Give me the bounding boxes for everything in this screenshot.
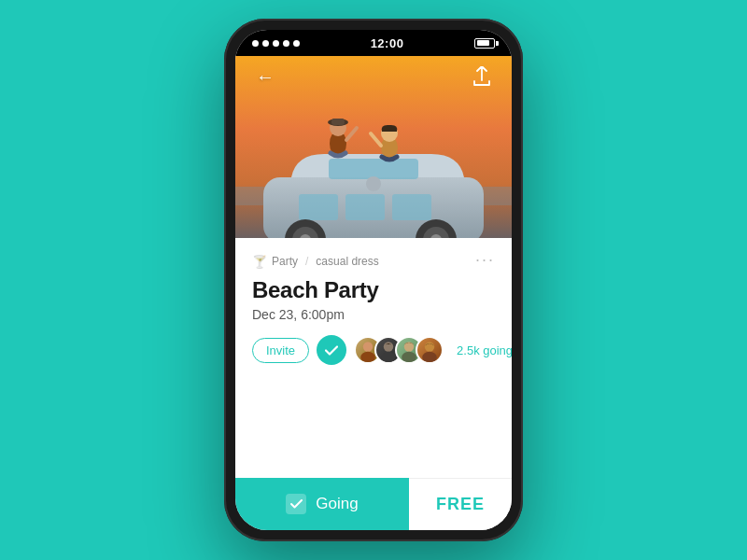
invite-button[interactable]: Invite	[252, 338, 309, 363]
avatar	[416, 336, 444, 364]
separator: /	[305, 255, 308, 268]
signal-dot	[283, 40, 289, 47]
svg-point-24	[360, 352, 375, 362]
dress-code-label: casual dress	[316, 255, 378, 268]
avatar-group	[354, 336, 444, 364]
category-label: Party	[272, 255, 298, 268]
back-button[interactable]: ←	[250, 62, 280, 91]
phone-frame: 12:00	[224, 19, 523, 541]
signal-dot	[252, 40, 259, 47]
going-count-label: 2.5k going	[457, 343, 512, 357]
hero-image: ←	[235, 56, 512, 238]
signal-dot	[293, 40, 300, 47]
svg-rect-18	[331, 119, 345, 125]
svg-point-8	[366, 176, 381, 191]
svg-rect-6	[345, 194, 385, 220]
attendees-row: Invite	[252, 335, 495, 365]
content-area: 🍸 Party / casual dress ··· Beach Party D…	[235, 238, 512, 478]
free-section[interactable]: FREE	[409, 478, 512, 530]
action-bar: Going FREE	[235, 478, 512, 530]
status-bar: 12:00	[235, 30, 512, 56]
event-date: Dec 23, 6:00pm	[252, 307, 495, 322]
signal-dots	[252, 40, 300, 47]
status-icons	[474, 38, 495, 49]
battery-icon	[474, 38, 495, 49]
svg-point-30	[422, 352, 437, 362]
free-label: FREE	[436, 495, 485, 514]
going-label: Going	[316, 495, 358, 513]
cocktail-icon: 🍸	[252, 255, 267, 269]
signal-dot	[273, 40, 279, 47]
svg-point-28	[402, 352, 416, 362]
svg-rect-4	[329, 159, 418, 179]
event-category: 🍸 Party / casual dress	[252, 255, 379, 269]
phone-screen: 12:00	[235, 30, 512, 530]
signal-dot	[262, 40, 269, 47]
event-title: Beach Party	[252, 277, 495, 303]
more-button[interactable]: ···	[475, 251, 495, 272]
svg-point-25	[384, 342, 393, 351]
svg-point-26	[381, 352, 396, 362]
going-check-icon	[317, 335, 346, 365]
event-meta: 🍸 Party / casual dress ···	[252, 251, 495, 272]
going-checkbox	[286, 494, 306, 514]
hero-nav: ←	[235, 56, 512, 97]
status-time: 12:00	[371, 36, 404, 50]
svg-point-23	[363, 342, 373, 351]
share-button[interactable]	[467, 62, 497, 91]
battery-fill	[477, 40, 490, 46]
svg-point-29	[425, 342, 434, 351]
going-section[interactable]: Going	[235, 478, 409, 530]
svg-rect-5	[299, 194, 338, 220]
svg-rect-7	[392, 194, 431, 220]
